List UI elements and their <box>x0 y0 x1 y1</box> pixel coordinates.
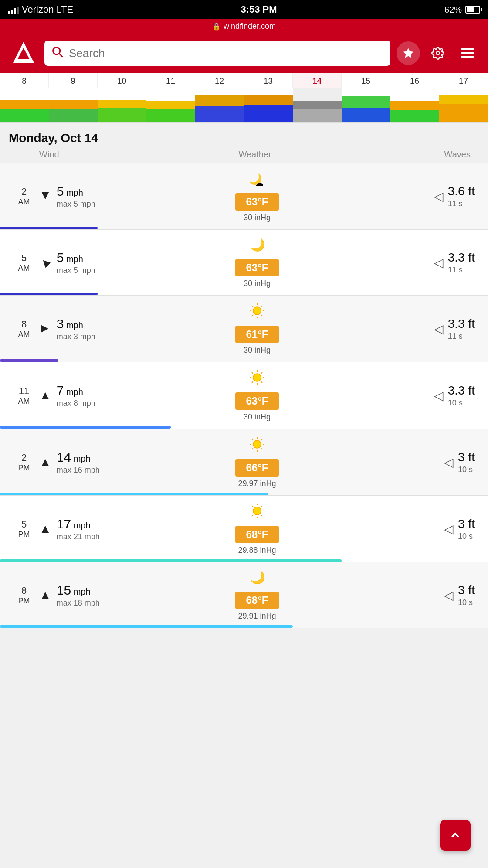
svg-line-27 <box>252 372 253 374</box>
wind-speed-5: 17 mph <box>57 517 100 531</box>
wind-speed-4: 14 mph <box>57 450 100 465</box>
wave-info-0: 3.6 ft 11 s <box>448 184 475 208</box>
time-col-3: 11 AM <box>9 385 39 406</box>
signal-bar-3 <box>14 8 16 14</box>
weather-icon-3 <box>249 369 265 390</box>
wind-bar-4 <box>0 493 268 495</box>
weather-col-3: 63°F 30 inHg <box>184 369 329 422</box>
wave-arrow-0: ◁ <box>434 189 444 204</box>
chart-bar-top-2 <box>98 100 146 108</box>
weather-icon-4 <box>249 436 265 456</box>
wave-arrow-1: ◁ <box>434 255 444 270</box>
wind-max-0: max 5 mph <box>57 200 95 209</box>
time-col-4: 2 PM <box>9 452 39 473</box>
calendar-day-12[interactable]: 12 <box>195 73 244 88</box>
wave-height-0: 3.6 ft <box>448 184 475 198</box>
chart-bar-bottom-9 <box>439 104 488 122</box>
search-input[interactable] <box>69 47 383 60</box>
waves-col-2: ◁ 3.3 ft 11 s <box>330 317 479 341</box>
svg-line-47 <box>261 506 262 507</box>
chart-bar-bottom-2 <box>98 108 146 122</box>
search-bar[interactable] <box>44 41 390 66</box>
time-ampm-0: AM <box>9 197 39 207</box>
menu-button[interactable] <box>456 41 479 65</box>
calendar-day-10[interactable]: 10 <box>98 73 146 88</box>
wind-speed-3: 7 mph <box>57 383 95 398</box>
url-text: windfinder.com <box>224 22 276 31</box>
svg-line-18 <box>252 306 253 307</box>
wind-arrow-3: ▲ <box>39 388 51 402</box>
wind-max-6: max 18 mph <box>57 599 100 608</box>
chart-col-3 <box>146 88 195 122</box>
wave-height-5: 3 ft <box>458 517 475 531</box>
calendar-day-9[interactable]: 9 <box>49 73 98 88</box>
calendar-day-15[interactable]: 15 <box>342 73 390 88</box>
pressure-3: 30 inHg <box>244 412 271 422</box>
svg-rect-6 <box>461 48 474 50</box>
wave-info-3: 3.3 ft 10 s <box>448 384 475 408</box>
weather-row-6: 8 PM ▲ 15 mph max 18 mph 🌙 68°F 29.91 in… <box>0 562 488 628</box>
wind-arrow-6: ▲ <box>39 588 51 602</box>
time-ampm-5: PM <box>9 530 39 539</box>
weather-icon-1: 🌙 <box>249 237 265 256</box>
weather-rows: 2 AM ▲ 5 mph max 5 mph 🌙☁ 63°F 30 inHg ◁… <box>0 163 488 628</box>
favorites-button[interactable] <box>396 41 420 65</box>
svg-line-23 <box>261 381 262 383</box>
col-waves-header: Waves <box>327 150 479 160</box>
wave-period-3: 10 s <box>448 398 475 408</box>
search-icon <box>51 46 64 61</box>
status-time: 3:53 PM <box>241 4 277 15</box>
calendar-day-17[interactable]: 17 <box>439 73 488 88</box>
weather-row-1: 5 AM ▲ 5 mph max 5 mph 🌙 63°F 30 inHg ◁ … <box>0 230 488 296</box>
svg-text:☁: ☁ <box>255 178 264 187</box>
section-title: Monday, Oct 14 <box>0 123 488 150</box>
waves-col-5: ◁ 3 ft 10 s <box>330 517 479 541</box>
svg-line-38 <box>261 439 262 440</box>
calendar-day-8[interactable]: 8 <box>0 73 49 88</box>
weather-icon-0: 🌙☁ <box>249 170 265 191</box>
wind-max-2: max 3 mph <box>57 332 95 341</box>
wind-speed-6: 15 mph <box>57 583 100 598</box>
time-num-2: 8 <box>9 319 39 330</box>
chart-bar-top-8 <box>390 101 439 110</box>
weather-icon-6: 🌙 <box>249 569 265 589</box>
wind-speed-2: 3 mph <box>57 317 95 331</box>
weather-col-0: 🌙☁ 63°F 30 inHg <box>184 170 329 222</box>
chart-bar-top-0 <box>0 100 49 109</box>
svg-point-5 <box>436 51 440 55</box>
wave-info-4: 3 ft 10 s <box>458 450 475 474</box>
calendar-day-16[interactable]: 16 <box>390 73 439 88</box>
calendar-day-14[interactable]: 14 <box>293 73 342 88</box>
chart-bar-top-6 <box>293 101 342 109</box>
wind-col-6: ▲ 15 mph max 18 mph <box>39 583 184 608</box>
status-right: 62% <box>444 5 480 15</box>
wave-height-6: 3 ft <box>458 583 475 597</box>
chart-bar-bottom-0 <box>0 109 49 122</box>
column-headers: Wind Weather Waves <box>0 150 488 163</box>
logo-container <box>9 38 38 68</box>
wave-info-2: 3.3 ft 11 s <box>448 317 475 341</box>
svg-point-12 <box>253 307 261 315</box>
wave-arrow-4: ◁ <box>444 455 454 470</box>
time-num-1: 5 <box>9 252 39 264</box>
time-ampm-3: AM <box>9 397 39 406</box>
wave-height-2: 3.3 ft <box>448 317 475 331</box>
svg-line-36 <box>252 439 253 440</box>
lock-icon: 🔒 <box>212 22 221 31</box>
wave-info-6: 3 ft 10 s <box>458 583 475 607</box>
weather-icon-2 <box>249 303 265 323</box>
wave-arrow-2: ◁ <box>434 322 444 336</box>
waves-col-6: ◁ 3 ft 10 s <box>330 583 479 607</box>
calendar-day-13[interactable]: 13 <box>244 73 293 88</box>
time-num-0: 2 <box>9 186 39 197</box>
chart-col-4 <box>195 88 244 122</box>
signal-bar-4 <box>17 7 19 14</box>
header-nav <box>0 34 488 73</box>
weather-col-2: 61°F 30 inHg <box>184 303 329 355</box>
waves-col-1: ◁ 3.3 ft 11 s <box>330 251 479 275</box>
settings-button[interactable] <box>426 41 450 65</box>
chart-col-7 <box>342 88 390 122</box>
calendar-day-11[interactable]: 11 <box>146 73 195 88</box>
chart-bar-bottom-8 <box>390 110 439 122</box>
chart-bar-top-5 <box>244 95 293 105</box>
